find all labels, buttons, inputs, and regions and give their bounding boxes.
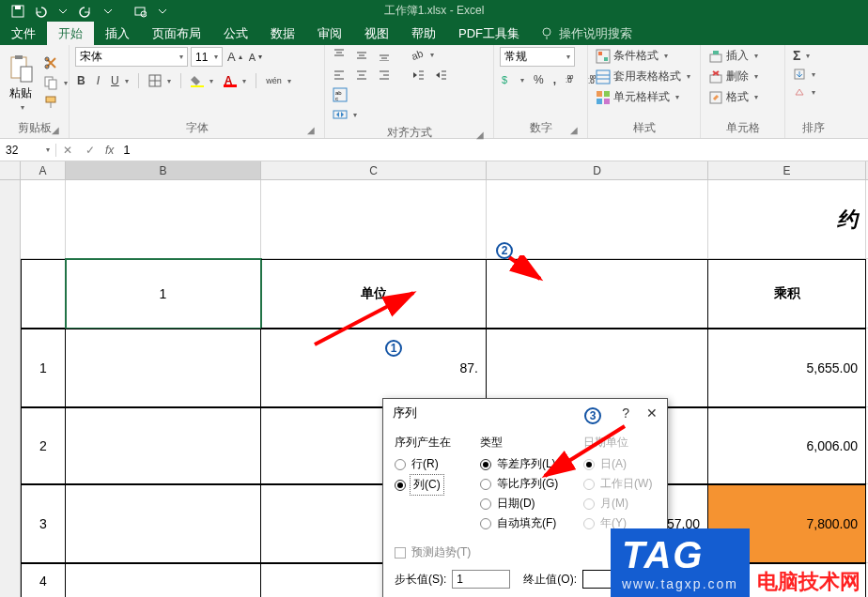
border-button[interactable]: ▾ (147, 73, 173, 88)
tab-data[interactable]: 数据 (259, 22, 306, 46)
copy-button[interactable]: ▾ (41, 74, 70, 91)
increase-font-icon[interactable]: A▴ (225, 49, 244, 65)
phonetic-button[interactable]: wén▾ (264, 75, 293, 86)
date-unit-title: 日期单位 (583, 435, 656, 451)
radio-rows[interactable]: 行(R) (395, 456, 467, 472)
radio-linear[interactable]: 等差序列(L) (480, 456, 570, 472)
decrease-font-icon[interactable]: A▾ (247, 51, 264, 64)
step-value-input[interactable] (452, 570, 510, 589)
paste-button[interactable]: 粘贴 ▾ (6, 52, 36, 114)
col-header-c[interactable]: C (261, 161, 487, 179)
group-editing-label: 排序 (802, 121, 825, 134)
clear-button[interactable]: ▾ (791, 84, 817, 100)
tab-view[interactable]: 视图 (353, 22, 400, 46)
font-color-button[interactable]: A▾ (223, 72, 249, 89)
bold-button[interactable]: B (75, 73, 87, 88)
print-preview-icon[interactable] (130, 1, 150, 22)
svg-rect-8 (21, 67, 32, 82)
tell-me-search[interactable]: 操作说明搜索 (540, 25, 632, 42)
formula-input[interactable] (117, 143, 868, 157)
font-size-combo[interactable]: 11▾ (191, 47, 223, 67)
enter-formula-icon[interactable]: ✓ (79, 144, 101, 157)
accounting-format-icon[interactable]: $▾ (500, 72, 526, 87)
radio-growth[interactable]: 等比序列(G) (480, 476, 570, 492)
decrease-indent-icon[interactable] (410, 68, 426, 83)
svg-rect-65 (713, 51, 719, 54)
name-box[interactable]: 32▾ (0, 144, 56, 157)
col-header-a[interactable]: A (21, 161, 66, 179)
undo-dropdown-icon[interactable] (53, 1, 73, 22)
conditional-format-button[interactable]: 条件格式▾ (594, 47, 670, 65)
align-middle-icon[interactable] (353, 47, 370, 62)
align-center-icon[interactable] (353, 68, 370, 83)
annotation-badge-3: 3 (584, 407, 601, 424)
redo-icon[interactable] (75, 1, 96, 22)
cut-button[interactable] (41, 54, 70, 71)
col-header-b[interactable]: B (66, 161, 261, 179)
type-title: 类型 (480, 435, 570, 451)
dialog-launcher-icon[interactable]: ◢ (568, 125, 580, 136)
align-left-icon[interactable] (331, 68, 348, 83)
redo-dropdown-icon[interactable] (98, 1, 118, 22)
dialog-help-icon[interactable]: ? (622, 406, 629, 421)
italic-button[interactable]: I (95, 73, 101, 88)
watermark-tag: TAG www.tagxp.com (611, 528, 750, 597)
tab-page-layout[interactable]: 页面布局 (141, 22, 212, 46)
merge-center-button[interactable]: ▾ (331, 106, 488, 123)
tab-review[interactable]: 审阅 (306, 22, 353, 46)
fill-color-button[interactable]: ▾ (189, 73, 215, 88)
cell-styles-button[interactable]: 单元格样式▾ (594, 88, 681, 106)
qat-customize-icon[interactable] (152, 1, 173, 22)
font-name-combo[interactable]: 宋体▾ (75, 47, 188, 67)
radio-columns[interactable]: 列(C) (395, 476, 467, 494)
group-clipboard: 粘贴 ▾ ▾ 剪贴板◢ (0, 45, 70, 138)
orientation-icon[interactable]: ab▾ (410, 47, 436, 62)
format-cells-button[interactable]: 格式▾ (706, 88, 760, 106)
align-right-icon[interactable] (376, 68, 393, 83)
cancel-formula-icon[interactable]: ✕ (56, 144, 79, 157)
tab-insert[interactable]: 插入 (94, 22, 141, 46)
number-format-combo[interactable]: 常规▾ (500, 47, 575, 67)
tab-home[interactable]: 开始 (47, 22, 94, 46)
fill-button[interactable]: ▾ (791, 67, 817, 82)
delete-cells-button[interactable]: 删除▾ (706, 68, 760, 85)
tab-help[interactable]: 帮助 (400, 22, 447, 46)
format-painter-button[interactable] (41, 94, 70, 111)
window-title: 工作簿1.xlsx - Excel (384, 3, 485, 19)
dialog-launcher-icon[interactable]: ◢ (305, 125, 317, 136)
autosum-button[interactable]: Σ▾ (791, 47, 812, 64)
svg-text:$: $ (502, 74, 507, 85)
svg-text:c: c (335, 96, 338, 101)
select-all-corner[interactable] (0, 161, 21, 179)
percent-format-icon[interactable]: % (532, 72, 546, 87)
watermark-site: 电脑技术网 (750, 567, 868, 597)
comma-format-icon[interactable]: , (551, 72, 558, 87)
align-top-icon[interactable] (331, 47, 348, 62)
radio-date[interactable]: 日期(D) (480, 496, 570, 512)
dialog-launcher-icon[interactable]: ◢ (474, 130, 486, 141)
underline-button[interactable]: U▾ (109, 73, 131, 88)
save-icon[interactable] (8, 1, 28, 22)
dialog-titlebar[interactable]: 序列 ? ✕ (383, 399, 667, 427)
format-as-table-button[interactable]: 套用表格格式▾ (594, 68, 692, 85)
group-alignment: ab▾ abc ▾ 对齐方式◢ (325, 45, 494, 138)
wrap-text-button[interactable]: abc (331, 86, 488, 103)
increase-indent-icon[interactable] (432, 68, 449, 83)
tab-formulas[interactable]: 公式 (212, 22, 259, 46)
increase-decimal-icon[interactable]: .0.00 (564, 74, 581, 85)
radio-autofill[interactable]: 自动填充(F) (480, 515, 570, 531)
dialog-close-icon[interactable]: ✕ (646, 406, 658, 421)
fx-icon[interactable]: fx (105, 144, 114, 157)
dialog-launcher-icon[interactable]: ◢ (50, 125, 61, 136)
tab-pdf[interactable]: PDF工具集 (447, 22, 531, 46)
title-bar: 工作簿1.xlsx - Excel (0, 0, 868, 22)
undo-icon[interactable] (30, 1, 51, 22)
group-font-label: 字体 (186, 121, 209, 134)
col-header-e[interactable]: E (708, 161, 866, 179)
col-header-d[interactable]: D (487, 161, 708, 179)
tab-file[interactable]: 文件 (0, 22, 47, 46)
svg-rect-7 (15, 55, 23, 59)
align-bottom-icon[interactable] (376, 47, 393, 62)
insert-cells-button[interactable]: 插入▾ (706, 47, 760, 65)
svg-rect-66 (710, 75, 721, 83)
